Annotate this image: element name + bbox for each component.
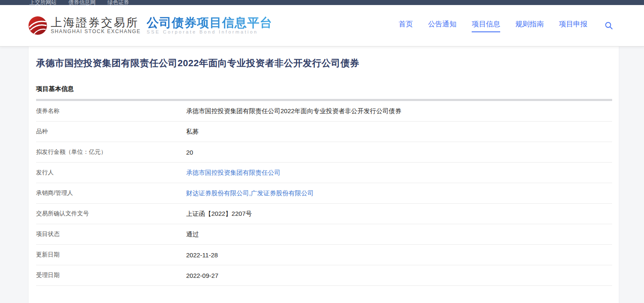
platform-title-en: SSE Corporate Bond Information	[147, 29, 273, 35]
table-row: 拟发行金额（单位：亿元） 20	[36, 142, 612, 163]
table-row: 项目状态 通过	[36, 224, 612, 245]
nav-item-规则指南[interactable]: 规则指南	[515, 19, 544, 32]
table-row: 受理日期 2022-09-27	[36, 265, 612, 286]
table-rows: 债券名称 承德市国控投资集团有限责任公司2022年面向专业投资者非公开发行公司债…	[36, 101, 612, 286]
row-value: 私募	[186, 128, 199, 136]
row-label: 品种	[36, 128, 186, 135]
site-header: 上海證券交易所 SHANGHAI STOCK EXCHANGE 公司债券项目信息…	[0, 5, 644, 47]
row-label: 交易所确认文件文号	[36, 210, 186, 218]
project-detail-card: 承德市国控投资集团有限责任公司2022年面向专业投资者非公开发行公司债券 项目基…	[28, 47, 619, 303]
row-label: 拟发行金额（单位：亿元）	[36, 148, 186, 156]
nav-item-公告通知[interactable]: 公告通知	[428, 19, 457, 32]
row-label: 受理日期	[36, 272, 186, 279]
sse-logo-text: 上海證券交易所 SHANGHAI STOCK EXCHANGE	[51, 17, 141, 34]
table-row: 更新日期 2022-11-28	[36, 245, 612, 265]
sse-logo-cn: 上海證券交易所	[51, 17, 141, 28]
search-button[interactable]	[604, 21, 613, 30]
row-value-link[interactable]: 承德市国控投资集团有限责任公司	[186, 169, 280, 177]
sse-logo-icon	[28, 16, 47, 36]
row-value: 承德市国控投资集团有限责任公司2022年面向专业投资者非公开发行公司债券	[186, 107, 401, 115]
row-label: 项目状态	[36, 230, 186, 238]
page-title: 承德市国控投资集团有限责任公司2022年面向专业投资者非公开发行公司债券	[36, 47, 612, 70]
table-row: 品种 私募	[36, 122, 612, 142]
platform-title-cn: 公司债券项目信息平台	[147, 16, 273, 29]
search-icon	[605, 21, 613, 30]
row-label: 债券名称	[36, 107, 186, 115]
row-label: 更新日期	[36, 251, 186, 259]
sse-logo[interactable]: 上海證券交易所 SHANGHAI STOCK EXCHANGE	[28, 16, 141, 36]
main-nav: 首页公告通知项目信息规则指南项目申报	[384, 19, 613, 32]
row-label: 发行人	[36, 169, 186, 176]
table-row: 承销商/管理人 财达证券股份有限公司,广发证券股份有限公司	[36, 183, 612, 204]
topbar-link[interactable]: 绿色证券	[107, 0, 129, 5]
sse-logo-en: SHANGHAI STOCK EXCHANGE	[51, 28, 141, 34]
nav-item-项目信息[interactable]: 项目信息	[472, 19, 500, 32]
table-row: 交易所确认文件文号 上证函【2022】2207号	[36, 204, 612, 224]
top-utility-bar: 上交所网站债券信息网绿色证券	[0, 0, 644, 5]
row-label: 承销商/管理人	[36, 189, 186, 197]
platform-title: 公司债券项目信息平台 SSE Corporate Bond Informatio…	[147, 16, 273, 35]
nav-item-项目申报[interactable]: 项目申报	[559, 19, 587, 32]
topbar-link[interactable]: 债券信息网	[68, 0, 96, 5]
nav-item-首页[interactable]: 首页	[399, 19, 413, 32]
row-value: 通过	[186, 230, 199, 238]
row-value-link[interactable]: 财达证券股份有限公司,广发证券股份有限公司	[186, 189, 314, 197]
row-value: 2022-09-27	[186, 272, 218, 279]
table-row: 债券名称 承德市国控投资集团有限责任公司2022年面向专业投资者非公开发行公司债…	[36, 101, 612, 122]
topbar-link[interactable]: 上交所网站	[29, 0, 57, 5]
row-value: 20	[186, 149, 193, 156]
basic-info-table: 债券名称 承德市国控投资集团有限责任公司2022年面向专业投资者非公开发行公司债…	[36, 99, 612, 286]
table-row: 发行人 承德市国控投资集团有限责任公司	[36, 163, 612, 183]
row-value: 上证函【2022】2207号	[186, 210, 252, 218]
row-value: 2022-11-28	[186, 251, 218, 259]
section-title-basic-info: 项目基本信息	[36, 85, 612, 93]
